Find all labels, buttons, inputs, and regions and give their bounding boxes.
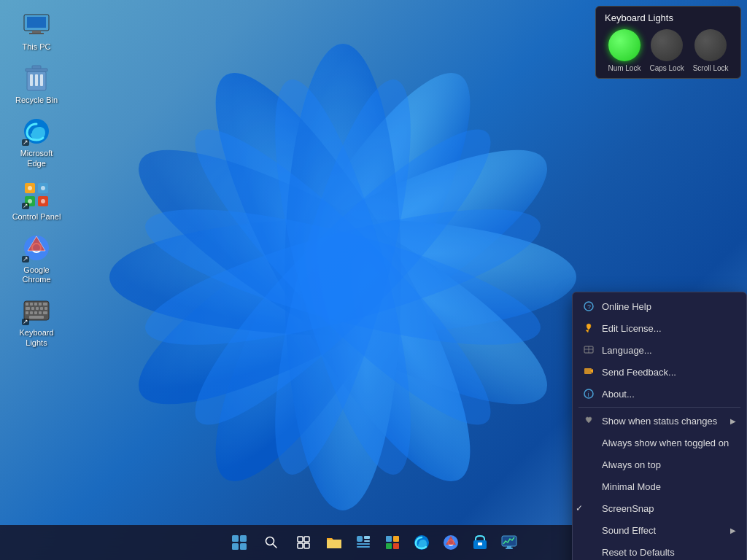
- search-button[interactable]: [257, 528, 286, 557]
- desktop: This PC Recycle Bin: [0, 0, 747, 560]
- control-panel-label: Control Panel: [12, 212, 61, 222]
- store-btn[interactable]: [379, 529, 406, 556]
- svg-rect-23: [26, 303, 28, 306]
- svg-rect-27: [43, 303, 47, 306]
- start-button[interactable]: [225, 528, 254, 557]
- show-when-status-arrow: ▶: [730, 417, 736, 425]
- caps-lock-circle: [651, 29, 683, 61]
- menu-item-always-show-toggled[interactable]: Always show when toggled on: [573, 432, 746, 454]
- recycle-bin-label: Recycle Bin: [15, 96, 58, 105]
- scroll-lock-circle: [694, 29, 727, 61]
- screensnap-icon: [583, 502, 595, 514]
- svg-rect-60: [357, 536, 363, 542]
- svg-rect-26: [39, 303, 42, 306]
- num-lock-light: Num Lock: [608, 29, 640, 72]
- svg-rect-33: [26, 311, 28, 314]
- menu-item-language[interactable]: Language...: [573, 339, 746, 361]
- menu-label-always-on-top: Always on top: [602, 459, 736, 470]
- svg-rect-28: [26, 307, 30, 310]
- svg-rect-24: [30, 303, 33, 306]
- menu-item-online-help[interactable]: ? Online Help: [573, 295, 746, 317]
- menu-item-sound-effect[interactable]: Sound Effect ▶: [573, 519, 746, 541]
- svg-rect-36: [39, 311, 42, 314]
- menu-item-always-on-top[interactable]: Always on top: [573, 454, 746, 475]
- recycle-bin-icon: [22, 63, 51, 93]
- menu-item-show-when-status[interactable]: Show when status changes ▶: [573, 410, 746, 432]
- task-view-button[interactable]: [289, 528, 318, 557]
- always-on-top-icon: [583, 459, 595, 470]
- svg-rect-29: [31, 307, 34, 310]
- svg-rect-76: [507, 546, 511, 548]
- sound-effect-arrow: ▶: [730, 526, 736, 534]
- svg-rect-77: [506, 548, 513, 549]
- keyboard-lights-desktop-label: Keyboard Lights: [10, 328, 63, 347]
- edge-icon: ↗: [22, 117, 51, 146]
- ms-store-btn[interactable]: [467, 529, 493, 556]
- svg-rect-61: [364, 536, 370, 539]
- caps-lock-light: Caps Lock: [649, 29, 684, 72]
- widgets-btn[interactable]: [350, 529, 376, 556]
- svg-rect-49: [232, 535, 239, 542]
- svg-rect-8: [26, 69, 47, 71]
- svg-rect-66: [393, 536, 399, 542]
- online-help-icon: ?: [583, 300, 595, 312]
- menu-label-always-show-toggled: Always show when toggled on: [602, 438, 736, 448]
- desktop-icon-keyboard-lights[interactable]: ↗ Keyboard Lights: [7, 293, 66, 350]
- num-lock-circle: [608, 29, 640, 61]
- svg-rect-44: [584, 368, 592, 374]
- context-menu: ? Online Help Edit License... Language..…: [572, 292, 747, 560]
- svg-rect-32: [44, 307, 47, 310]
- menu-label-about: About...: [602, 389, 736, 400]
- edge-label: Microsoft Edge: [10, 149, 63, 168]
- menu-label-reset-defaults: Reset to Defaults: [602, 547, 736, 558]
- svg-rect-9: [32, 66, 41, 69]
- about-icon: i: [583, 388, 595, 400]
- svg-point-18: [41, 199, 45, 203]
- chrome-label: Google Chrome: [10, 265, 63, 284]
- svg-rect-65: [386, 536, 392, 542]
- svg-rect-35: [34, 311, 37, 314]
- menu-label-minimal-mode: Minimal Mode: [602, 481, 736, 492]
- menu-label-sound-effect: Sound Effect: [602, 525, 723, 536]
- svg-rect-64: [357, 546, 370, 548]
- menu-item-minimal-mode[interactable]: Minimal Mode: [573, 475, 746, 497]
- svg-rect-34: [30, 311, 33, 314]
- send-feedback-icon: [583, 366, 595, 378]
- svg-rect-25: [34, 303, 37, 306]
- desktop-icons: This PC Recycle Bin: [7, 7, 66, 351]
- svg-line-54: [273, 544, 276, 548]
- svg-rect-62: [364, 540, 370, 542]
- keyboard-lights-icon: ↗: [22, 296, 51, 325]
- desktop-icon-recycle-bin[interactable]: Recycle Bin: [7, 61, 66, 108]
- edge-taskbar-btn[interactable]: [409, 529, 435, 556]
- svg-rect-59: [327, 540, 341, 548]
- file-explorer-taskbar-btn[interactable]: [321, 529, 347, 556]
- menu-item-send-feedback[interactable]: Send Feedback...: [573, 361, 746, 383]
- edit-license-icon: [583, 322, 595, 334]
- svg-rect-31: [40, 307, 43, 310]
- menu-item-about[interactable]: i About...: [573, 383, 746, 405]
- svg-rect-3: [29, 33, 44, 34]
- desktop-icon-control-panel[interactable]: ↗ Control Panel: [7, 177, 66, 225]
- svg-rect-67: [386, 543, 392, 549]
- minimal-mode-icon: [583, 481, 595, 492]
- svg-rect-68: [393, 543, 399, 549]
- caps-lock-label: Caps Lock: [649, 64, 684, 72]
- monitor-btn[interactable]: [496, 529, 522, 556]
- svg-rect-30: [36, 307, 39, 310]
- svg-rect-51: [232, 543, 239, 550]
- always-show-icon: [583, 437, 595, 448]
- menu-item-edit-license[interactable]: Edit License...: [573, 317, 746, 339]
- chrome-taskbar-btn[interactable]: [438, 529, 464, 556]
- desktop-icon-chrome[interactable]: ↗ Google Chrome: [7, 230, 66, 287]
- scroll-lock-light: Scroll Lock: [693, 29, 729, 72]
- control-panel-icon: ↗: [22, 180, 51, 209]
- menu-item-reset-defaults[interactable]: Reset to Defaults: [573, 541, 746, 560]
- desktop-icon-this-pc[interactable]: This PC: [7, 7, 66, 55]
- svg-rect-2: [32, 31, 41, 33]
- menu-item-screensnap[interactable]: ScreenSnap: [573, 497, 746, 519]
- svg-rect-58: [304, 543, 309, 548]
- desktop-icon-edge[interactable]: ↗ Microsoft Edge: [7, 114, 66, 171]
- svg-rect-5: [30, 74, 33, 86]
- svg-rect-1: [27, 17, 46, 28]
